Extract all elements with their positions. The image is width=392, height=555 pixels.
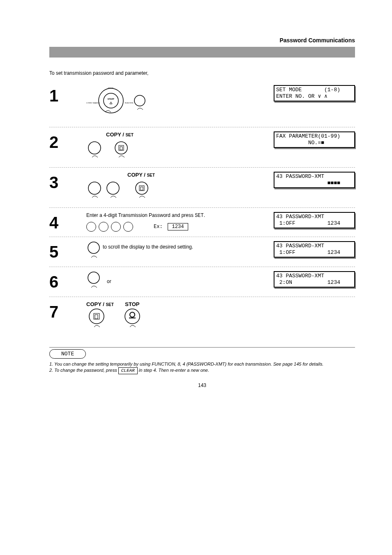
step-row: 2 COPY / SET FAX PARAMETER(01-99) NO.=■	[49, 127, 355, 168]
step-number: 2	[49, 131, 86, 150]
svg-rect-15	[141, 187, 143, 190]
svg-point-13	[136, 182, 148, 194]
svg-point-0	[99, 88, 123, 113]
lcd-display: FAX PARAMETER(01-99) NO.=■	[274, 131, 355, 148]
step-row: 4 Enter a 4-digit Transmission Password …	[49, 208, 355, 237]
svg-rect-10	[120, 147, 122, 150]
svg-rect-20	[95, 315, 98, 319]
lcd-display: 43 PASSWORD-XMT 1:OFF 1234	[274, 241, 355, 258]
or-text: or	[107, 279, 111, 284]
copy-set-button-icon	[86, 307, 107, 330]
step-number: 4	[49, 212, 86, 231]
svg-rect-14	[139, 186, 144, 191]
step-row: 3 COPY / SET 43 PASSWORD-XMT	[49, 168, 355, 208]
page-title: Password Communications	[49, 37, 355, 44]
svg-text:REDIAL: REDIAL	[108, 87, 114, 89]
step-number: 7	[49, 301, 86, 320]
function-dial-illustration: START REDIAL DIRECTORY SEARCH FUNCTION	[86, 85, 156, 122]
svg-point-21	[125, 309, 140, 324]
copy-set-label: COPY / SET	[127, 172, 155, 178]
step-row: 5 to scroll the display to the desired s…	[49, 237, 355, 267]
svg-text:DIRECTORY
SEARCH: DIRECTORY SEARCH	[86, 102, 100, 104]
svg-point-11	[88, 182, 101, 194]
lcd-display: 43 PASSWORD-XMT ■■■■	[274, 172, 355, 189]
keypad-illustration	[86, 222, 133, 232]
step-row: 6 or 43 PASSWORD-XMT 2:ON 1234	[49, 267, 355, 297]
svg-point-7	[88, 142, 101, 154]
svg-text:FUNCTION: FUNCTION	[125, 102, 134, 104]
svg-point-17	[88, 272, 99, 283]
svg-point-1	[104, 93, 118, 108]
step-number: 5	[49, 241, 86, 260]
svg-point-18	[89, 309, 104, 324]
step-text: Enter a 4-digit Transmission Password an…	[86, 212, 226, 219]
lcd-display: 43 PASSWORD-XMT 1:OFF 1234	[274, 212, 355, 229]
step-number: 3	[49, 172, 86, 191]
example-value: 1234	[168, 223, 189, 230]
note-body: 1. You can change the setting temporaril…	[49, 361, 355, 375]
svg-rect-19	[94, 313, 99, 319]
svg-point-6	[134, 95, 145, 106]
svg-point-22	[130, 312, 135, 317]
svg-point-12	[107, 182, 119, 194]
intro-text: To set transmission password and paramet…	[49, 70, 355, 77]
lcd-display: 43 PASSWORD-XMT 2:ON 1234	[274, 271, 355, 288]
button-illustration	[86, 271, 103, 292]
stop-button-icon	[122, 307, 143, 330]
page-number: 143	[49, 382, 355, 388]
svg-point-16	[88, 242, 99, 253]
button-illustration	[86, 241, 103, 262]
svg-point-8	[115, 142, 127, 154]
note-badge: NOTE	[49, 349, 86, 359]
step-row: 7 COPY / SET STOP	[49, 297, 355, 335]
svg-text:START: START	[108, 98, 114, 100]
copy-set-label: COPY / SET	[86, 301, 114, 307]
step-number: 1	[49, 85, 86, 104]
copy-set-label: COPY / SET	[106, 131, 134, 138]
lcd-display: SET MODE (1-8) ENTER NO. OR ∨ ∧	[274, 85, 355, 102]
buttons-illustration	[86, 178, 160, 203]
step-row: 1 START REDIAL DIRECTORY SEARCH FUNCTION	[49, 81, 355, 127]
svg-rect-9	[119, 145, 124, 150]
clear-key: CLEAR	[118, 367, 138, 374]
section-bar	[49, 47, 355, 58]
step-text: to scroll the display to the desired set…	[103, 241, 193, 251]
stop-label: STOP	[125, 301, 139, 307]
step-number: 6	[49, 271, 86, 290]
buttons-illustration	[86, 138, 140, 162]
